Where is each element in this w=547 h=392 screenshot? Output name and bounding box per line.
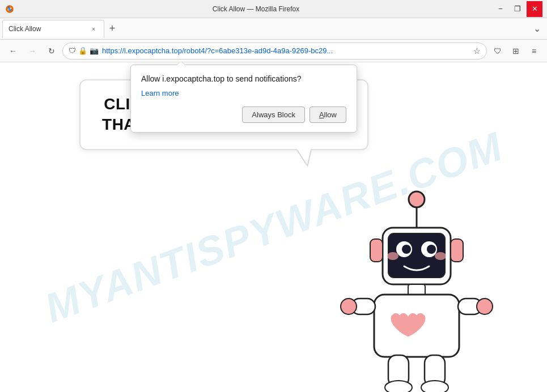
always-block-button[interactable]: Always Block: [242, 106, 305, 123]
allow-label: Allow: [319, 110, 337, 119]
address-bar-icons: 🛡 🔒 📷: [69, 46, 99, 55]
svg-rect-14: [451, 239, 463, 262]
svg-point-24: [421, 381, 448, 392]
window-title: Click Allow — Mozilla Firefox: [19, 5, 493, 13]
close-button[interactable]: ✕: [527, 1, 542, 17]
allow-button[interactable]: Allow: [309, 106, 346, 123]
svg-point-20: [477, 299, 493, 314]
svg-point-18: [341, 299, 357, 314]
address-bar[interactable]: 🛡 🔒 📷 ☆: [62, 42, 487, 59]
back-button[interactable]: ←: [5, 42, 22, 59]
tab-list-button[interactable]: ⌄: [529, 21, 545, 37]
menu-button[interactable]: ≡: [525, 42, 542, 59]
always-block-label: Always Block: [252, 110, 295, 119]
svg-point-11: [387, 252, 398, 260]
svg-point-22: [385, 381, 412, 392]
active-tab[interactable]: Click Allow ×: [2, 20, 104, 38]
svg-point-12: [435, 252, 446, 260]
notification-popup: Allow i.expocaptcha.top to send notifica…: [130, 65, 357, 133]
minimize-button[interactable]: −: [493, 1, 508, 17]
shield-tool-button[interactable]: 🛡: [489, 42, 506, 59]
notification-title: Allow i.expocaptcha.top to send notifica…: [141, 74, 346, 83]
restore-button[interactable]: ❐: [510, 1, 525, 17]
learn-more-link[interactable]: Learn more: [141, 89, 179, 97]
forward-button[interactable]: →: [24, 42, 41, 59]
extensions-button[interactable]: ⊞: [507, 42, 524, 59]
tab-title: Click Allow: [9, 25, 86, 33]
tab-close-button[interactable]: ×: [89, 24, 98, 33]
svg-point-10: [427, 245, 436, 254]
svg-rect-13: [370, 239, 383, 262]
svg-point-3: [409, 191, 425, 207]
shield-icon: 🛡: [69, 46, 76, 55]
reload-button[interactable]: ↻: [43, 42, 60, 59]
notification-buttons: Always Block Allow: [141, 106, 346, 123]
firefox-logo-icon: [5, 4, 15, 14]
nav-tools: 🛡 ⊞ ≡: [489, 42, 542, 59]
lock-icon: 🔒: [78, 46, 87, 55]
window-controls: − ❐ ✕: [493, 1, 542, 17]
bookmark-icon[interactable]: ☆: [473, 46, 481, 56]
page-content: MYANTISPYWARE.COM Allow i.expocaptcha.to…: [0, 62, 547, 392]
nav-bar: ← → ↻ 🛡 🔒 📷 ☆ 🛡 ⊞ ≡: [0, 40, 547, 62]
title-bar: Click Allow — Mozilla Firefox − ❐ ✕: [0, 0, 547, 18]
url-input[interactable]: [102, 46, 470, 55]
svg-point-8: [402, 245, 411, 254]
camera-icon: 📷: [90, 46, 99, 55]
new-tab-button[interactable]: +: [104, 21, 120, 37]
robot-illustration: [320, 182, 513, 392]
tab-bar: Click Allow × + ⌄: [0, 18, 547, 40]
